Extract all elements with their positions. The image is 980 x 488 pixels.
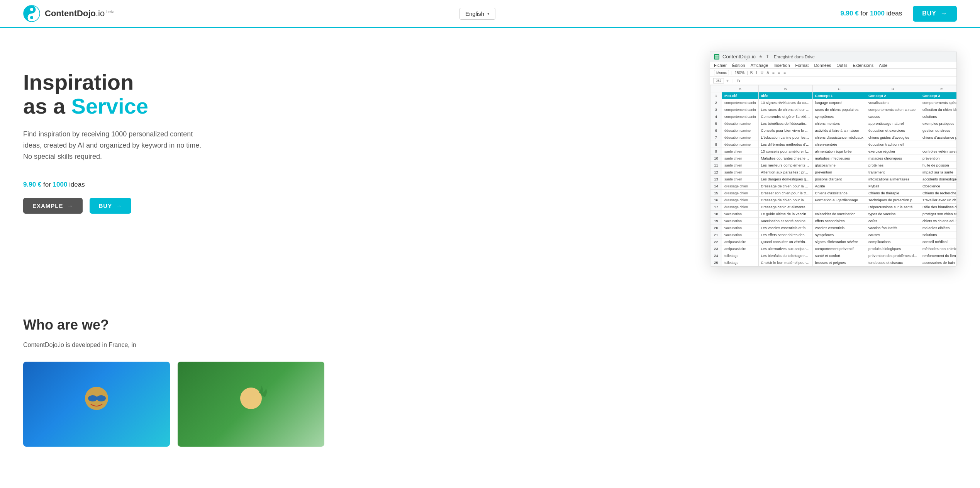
header-price: 9.90 € for 1000 ideas xyxy=(840,10,902,17)
row-num: 1 xyxy=(710,92,722,99)
table-row: 6éducation canineConseils pour bien vivr… xyxy=(710,127,957,134)
table-cell: Dressage canin et alimentation : comment… xyxy=(758,204,812,211)
table-row: 23antiparasitaireLes alternatives aux an… xyxy=(710,245,957,252)
table-cell: traitement xyxy=(866,169,920,176)
person-sunglasses-image xyxy=(73,381,120,427)
who-desc: ContentDojo.io is developed in France, i… xyxy=(23,340,216,350)
table-cell: exercice régulier xyxy=(866,148,920,155)
table-cell: Maladies courantes chez les chiens : rec… xyxy=(758,155,812,162)
menu-fichier[interactable]: Fichier xyxy=(714,63,727,68)
table-cell: Les bénéfices de l'éducation canine assi… xyxy=(758,120,812,127)
header: ContentDojo.iobeta English ▾ 9.90 € for … xyxy=(0,0,980,28)
sheet-toolbar: Menus | 150% | B I U A ≡ ≡ ≡ xyxy=(710,69,956,77)
sheet-title: ContentDojo.io xyxy=(722,54,756,60)
table-cell: tondeuses et ciseaux xyxy=(866,259,920,266)
row-num: 18 xyxy=(710,211,722,218)
menu-format[interactable]: Format xyxy=(795,63,809,68)
table-cell: Dresser son chien pour le travail et les… xyxy=(758,190,812,197)
table-cell: Choisir le bon matériel pour toiletter s… xyxy=(758,259,812,266)
row-num: 8 xyxy=(710,141,722,148)
row-num: 22 xyxy=(710,238,722,245)
table-cell: éducation canine xyxy=(722,127,759,134)
menu-outils[interactable]: Outils xyxy=(836,63,847,68)
table-cell: dressage chien xyxy=(722,190,759,197)
table-cell: santé chien xyxy=(722,155,759,162)
table-row: 16dressage chienDressage de chien pour l… xyxy=(710,197,957,204)
svg-rect-5 xyxy=(715,55,719,56)
table-header-cell: Concept 3 xyxy=(920,92,956,99)
col-e-header: E xyxy=(920,85,956,92)
who-section: Who are we? ContentDojo.io is developed … xyxy=(0,290,980,447)
table-cell: intoxications alimentaires xyxy=(866,176,920,183)
logo-brand: ContentDojo xyxy=(45,9,96,18)
table-cell: Attention aux parasites : protéger votre… xyxy=(758,169,812,176)
hero-left: Inspiration as a Service Find inspiratio… xyxy=(23,59,232,214)
table-row: 25toilettageChoisir le bon matériel pour… xyxy=(710,259,957,266)
star-icon: ★ xyxy=(759,54,763,59)
table-cell xyxy=(812,204,866,211)
svg-point-10 xyxy=(88,395,97,401)
toolbar-icons: B I U A ≡ ≡ ≡ xyxy=(750,71,787,75)
table-header-cell: Concept 1 xyxy=(812,92,866,99)
table-row: 11santé chienLes meilleurs compléments a… xyxy=(710,162,957,169)
header-right: 9.90 € for 1000 ideas BUY → xyxy=(840,6,957,22)
table-cell: Les bienfaits du toilettage régulier pou… xyxy=(758,252,812,259)
person-palm-image xyxy=(228,381,274,427)
buy-button-hero[interactable]: BUY → xyxy=(90,198,132,214)
table-cell: maladies chroniques xyxy=(866,155,920,162)
arrow-right-icon: → xyxy=(116,202,122,209)
table-row: 4comportement caninComprendre et gérer l… xyxy=(710,113,957,120)
menu-edition[interactable]: Édition xyxy=(732,63,745,68)
table-cell: Travailler avec un chie xyxy=(920,197,956,204)
table-cell: comportement canin xyxy=(722,99,759,106)
logo-area: ContentDojo.iobeta xyxy=(23,5,115,22)
row-num: 17 xyxy=(710,204,722,211)
table-row: 20vaccinationLes vaccins essentiels et f… xyxy=(710,224,957,231)
table-row: 7éducation canineL'éducation canine pour… xyxy=(710,134,957,141)
formula-bar: J52 ▾ | fx xyxy=(710,77,956,85)
table-cell: causes xyxy=(866,231,920,238)
table-cell: Les races de chiens et leur comportement… xyxy=(758,106,812,113)
row-num: 7 xyxy=(710,134,722,141)
col-d-header: D xyxy=(866,85,920,92)
table-cell: prévention xyxy=(920,155,956,162)
table-cell: antiparasitaire xyxy=(722,238,759,245)
example-label: EXAMPLE xyxy=(32,202,63,209)
arrow-right-icon: → xyxy=(67,202,73,209)
table-cell: Flyball xyxy=(866,183,920,190)
menu-insertion[interactable]: Insertion xyxy=(773,63,790,68)
who-title: Who are we? xyxy=(23,317,957,333)
table-cell: Quand consulter un vétérinaire pour un p… xyxy=(758,238,812,245)
chevron-down-icon: ▾ xyxy=(487,11,490,16)
example-button[interactable]: EXAMPLE → xyxy=(23,198,83,214)
table-cell: L'éducation canine pour les chiens d'ass… xyxy=(758,134,812,141)
menu-affichage[interactable]: Affichage xyxy=(751,63,768,68)
table-cell: comportements selon la race xyxy=(866,106,920,113)
table-cell: impact sur la santé xyxy=(920,169,956,176)
table-row: 19vaccinationVaccination et santé canine… xyxy=(710,218,957,224)
row-num: 2 xyxy=(710,99,722,106)
table-cell: Vaccination et santé canine : 10 questio… xyxy=(758,218,812,224)
hero-buttons: EXAMPLE → BUY → xyxy=(23,198,232,214)
table-cell: Dressage de chien pour la compétition : … xyxy=(758,183,812,190)
row-num: 11 xyxy=(710,162,722,169)
table-cell: Chiens d'assistance xyxy=(812,190,866,197)
menu-aide[interactable]: Aide xyxy=(879,63,887,68)
table-cell: brosses et peignes xyxy=(812,259,866,266)
table-cell: maladies ciblées xyxy=(920,224,956,231)
table-cell: calendrier de vaccination xyxy=(812,211,866,218)
lang-selector[interactable]: English ▾ xyxy=(459,8,495,20)
table-cell: protéines xyxy=(866,162,920,169)
table-cell: huile de poisson xyxy=(920,162,956,169)
buy-button-header[interactable]: BUY → xyxy=(913,6,957,22)
table-cell: activités à faire à la maison xyxy=(812,127,866,134)
table-cell: maladies infectieuses xyxy=(812,155,866,162)
menu-donnees[interactable]: Données xyxy=(814,63,831,68)
table-cell: sélection du chien idé xyxy=(920,106,956,113)
menu-extensions[interactable]: Extensions xyxy=(853,63,874,68)
hero-section: Inspiration as a Service Find inspiratio… xyxy=(0,28,980,290)
svg-point-2 xyxy=(30,16,33,19)
fx-label: fx xyxy=(738,79,741,83)
table-row: 9santé chien10 conseils pour améliorer l… xyxy=(710,148,957,155)
table-cell: Répercussions sur la santé mentale xyxy=(866,204,920,211)
